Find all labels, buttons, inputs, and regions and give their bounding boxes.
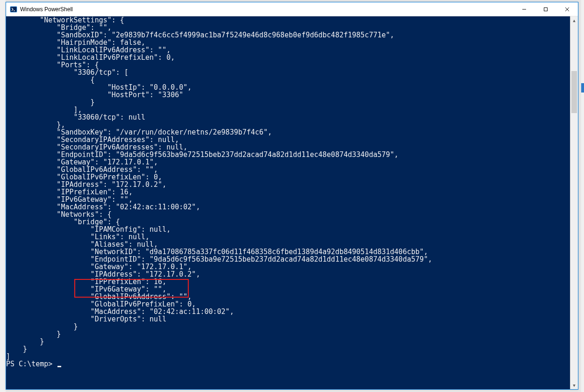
scroll-thumb[interactable] [571, 71, 577, 113]
scroll-up-arrow-icon[interactable]: ▲ [570, 16, 578, 24]
vertical-scrollbar[interactable]: ▲ ▼ [570, 16, 578, 389]
close-button[interactable] [556, 2, 578, 16]
minimize-button[interactable] [513, 2, 535, 16]
terminal-output: "NetworkSettings": { "Bridge": "", "Sand… [6, 16, 570, 371]
scroll-down-arrow-icon[interactable]: ▼ [570, 381, 578, 389]
console-text-region[interactable]: "NetworkSettings": { "Bridge": "", "Sand… [6, 16, 570, 389]
window-title: Windows PowerShell [20, 6, 73, 13]
console-area[interactable]: "NetworkSettings": { "Bridge": "", "Sand… [6, 16, 578, 389]
powershell-icon [10, 6, 17, 13]
svg-rect-0 [10, 7, 17, 12]
svg-rect-1 [544, 7, 548, 11]
powershell-window: Windows PowerShell "NetworkSettings": { … [6, 2, 578, 390]
window-titlebar[interactable]: Windows PowerShell [6, 2, 578, 16]
background-left-strip [0, 0, 6, 392]
cursor [57, 366, 61, 367]
maximize-button[interactable] [535, 2, 556, 16]
scroll-track[interactable] [570, 24, 578, 381]
background-right-strip [581, 0, 584, 392]
bg-strip-color-seg [581, 83, 584, 93]
window-controls [513, 2, 578, 16]
